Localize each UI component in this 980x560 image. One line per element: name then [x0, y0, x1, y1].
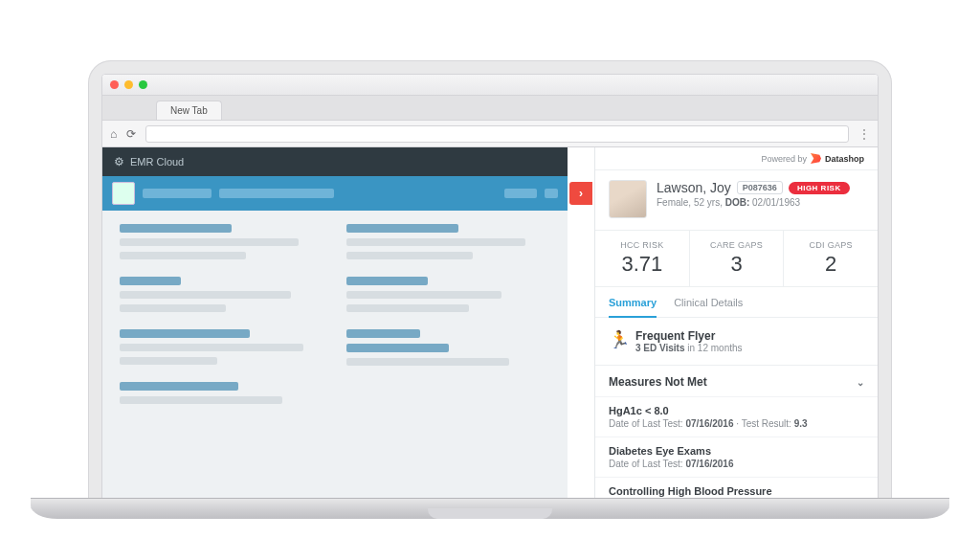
minimize-icon[interactable]: [124, 80, 133, 89]
emr-patient-bar: [102, 176, 568, 211]
stat-hcc[interactable]: HCC RISK 3.71: [595, 231, 690, 286]
home-icon[interactable]: ⌂: [110, 127, 117, 141]
stat-value: 3: [694, 252, 780, 277]
measure-item[interactable]: Controlling High Blood Pressure Date of …: [595, 478, 878, 499]
panel-toggle: ›: [568, 147, 594, 499]
measure-detail: Date of Last Test: 07/16/2016: [609, 459, 864, 469]
placeholder-bar: [219, 189, 334, 198]
stat-cdi-gaps[interactable]: CDI GAPS 2: [784, 231, 878, 286]
measure-item[interactable]: Diabetes Eye Exams Date of Last Test: 07…: [595, 437, 878, 478]
stat-care-gaps[interactable]: CARE GAPS 3: [690, 231, 785, 286]
ed-visit-suffix: in 12 months: [685, 343, 743, 353]
stat-label: CDI GAPS: [788, 240, 874, 250]
page-content: ⚙ EMR Cloud: [102, 147, 878, 499]
measure-title: HgA1c < 8.0: [609, 405, 864, 416]
measure-title: Controlling High Blood Pressure: [609, 485, 864, 497]
measure-item[interactable]: HgA1c < 8.0 Date of Last Test: 07/16/201…: [595, 397, 878, 437]
emr-column-right: [346, 224, 550, 485]
emr-title: EMR Cloud: [130, 156, 184, 168]
emr-app: ⚙ EMR Cloud: [102, 147, 568, 499]
stat-value: 2: [788, 252, 874, 277]
window-titlebar: [102, 75, 878, 96]
expand-panel-button[interactable]: ›: [569, 182, 592, 205]
measures-heading[interactable]: Measures Not Met ⌄: [595, 366, 878, 397]
tab-clinical-details[interactable]: Clinical Details: [674, 287, 743, 317]
measure-title: Diabetes Eye Exams: [609, 445, 864, 457]
powered-by: Powered by Datashop: [595, 147, 878, 170]
overflow-menu-icon[interactable]: ⋮: [858, 127, 870, 141]
avatar[interactable]: [112, 182, 135, 205]
emr-body: [102, 211, 568, 499]
datashop-panel: Powered by Datashop Lawson, Joy P087636 …: [594, 147, 878, 499]
chevron-down-icon: ⌄: [857, 377, 864, 388]
gear-icon[interactable]: ⚙: [114, 155, 124, 168]
datashop-brand: Datashop: [825, 154, 864, 164]
dob-label: DOB:: [725, 197, 750, 208]
patient-meta: Female, 52 yrs, DOB: 02/01/1963: [657, 197, 850, 208]
powered-by-label: Powered by: [761, 154, 807, 164]
placeholder-bar: [143, 189, 212, 198]
risk-badge: HIGH RISK: [789, 182, 850, 194]
placeholder-bar: [504, 189, 537, 198]
stat-value: 3.71: [599, 252, 685, 277]
avatar[interactable]: [609, 180, 647, 218]
dob-value: 02/01/1963: [752, 197, 800, 208]
measures-heading-label: Measures Not Met: [609, 375, 707, 389]
laptop-frame: New Tab ⌂ ⟳ ⋮ ⚙ EMR Cloud: [88, 60, 892, 500]
measure-detail: Date of Last Test: 07/16/2016 · Test Res…: [609, 418, 864, 429]
screen: New Tab ⌂ ⟳ ⋮ ⚙ EMR Cloud: [101, 74, 879, 500]
frequent-flyer-card[interactable]: 🏃 Frequent Flyer 3 ED Visits in 12 month…: [595, 318, 878, 366]
frequent-flyer-subtitle: 3 ED Visits in 12 months: [635, 343, 743, 353]
stats-row: HCC RISK 3.71 CARE GAPS 3 CDI GAPS 2: [595, 231, 878, 287]
patient-id-badge: P087636: [737, 181, 783, 194]
address-bar[interactable]: [145, 125, 849, 143]
ed-visit-count: 3 ED Visits: [635, 343, 685, 353]
stat-label: HCC RISK: [599, 240, 685, 250]
close-icon[interactable]: [110, 80, 119, 89]
emr-header: ⚙ EMR Cloud: [102, 147, 568, 176]
panel-tabs: Summary Clinical Details: [595, 287, 878, 318]
browser-tab[interactable]: New Tab: [156, 101, 222, 120]
running-person-icon: 🏃: [609, 331, 626, 352]
browser-tab-label: New Tab: [170, 105, 208, 116]
placeholder-bar: [545, 189, 558, 198]
patient-demographics: Female, 52 yrs,: [657, 197, 725, 208]
patient-name: Lawson, Joy: [657, 180, 731, 195]
patient-header: Lawson, Joy P087636 HIGH RISK Female, 52…: [595, 170, 878, 231]
frequent-flyer-title: Frequent Flyer: [635, 329, 743, 343]
chevron-right-icon: ›: [579, 187, 583, 200]
browser-tabstrip: New Tab: [102, 96, 878, 121]
datashop-logo-icon: [811, 153, 821, 164]
reload-icon[interactable]: ⟳: [126, 127, 136, 141]
laptop-notch: [428, 508, 552, 519]
emr-column-left: [120, 224, 323, 485]
maximize-icon[interactable]: [139, 80, 147, 89]
tab-summary[interactable]: Summary: [609, 287, 657, 318]
browser-toolbar: ⌂ ⟳ ⋮: [102, 121, 878, 147]
stat-label: CARE GAPS: [694, 240, 780, 250]
